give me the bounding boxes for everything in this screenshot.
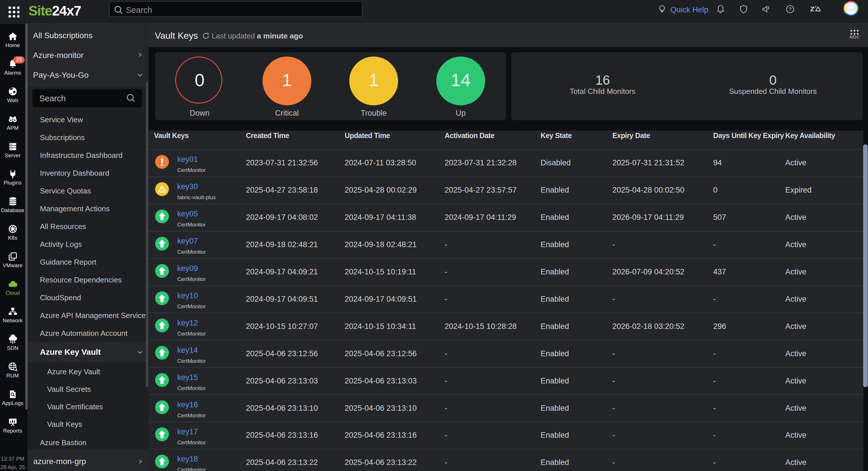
svg-text:?: ?: [789, 7, 791, 12]
